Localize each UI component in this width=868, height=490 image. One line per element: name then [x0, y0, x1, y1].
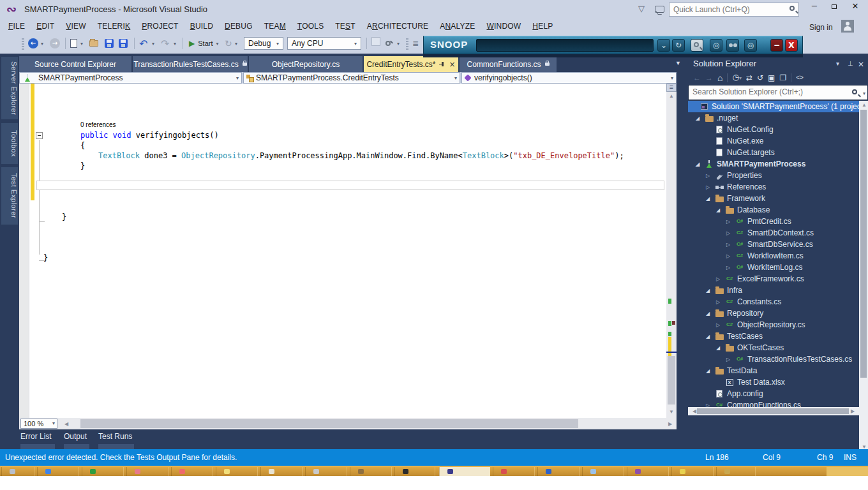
- doc-tab-transactionrulestestcases-cs[interactable]: TransactionRulesTestCases.cs: [133, 56, 248, 72]
- tree-scroll-right[interactable]: ▶: [848, 408, 858, 414]
- vertical-scroll-thumb[interactable]: [668, 356, 675, 405]
- expander-col-icon[interactable]: ▷: [726, 230, 735, 236]
- scroll-down-arrow[interactable]: ▼: [666, 409, 677, 415]
- editor-vertical-scrollbar[interactable]: ☰ ▲ ▼: [666, 84, 677, 418]
- save-all-button[interactable]: [119, 37, 128, 50]
- taskbar-button-5[interactable]: [216, 467, 258, 477]
- tree-item-pmtcredit-cs[interactable]: ▷C#PmtCredit.cs: [688, 216, 859, 227]
- expander-exp-icon[interactable]: ◢: [696, 161, 704, 167]
- taskbar-button-2[interactable]: [82, 467, 124, 477]
- sign-in-link[interactable]: Sign in: [809, 23, 833, 32]
- snoop-minimize-button[interactable]: −: [770, 39, 783, 52]
- taskbar-button-16[interactable]: [716, 467, 756, 477]
- menu-edit[interactable]: EDIT: [31, 22, 60, 31]
- tree-scroll-up[interactable]: ▲: [859, 102, 868, 108]
- tree-item-constants-cs[interactable]: ▷C#Constants.cs: [688, 296, 859, 308]
- undo-dropdown[interactable]: ▾: [152, 37, 154, 50]
- collapse-all-icon[interactable]: ▣: [768, 73, 775, 82]
- scroll-left-arrow[interactable]: ◀: [61, 421, 71, 427]
- menu-build[interactable]: BUILD: [184, 22, 219, 31]
- tree-item-database[interactable]: ◢Database: [688, 204, 859, 216]
- find-button[interactable]: [385, 37, 391, 50]
- menu-window[interactable]: WINDOW: [481, 22, 527, 31]
- expander-exp-icon[interactable]: ◢: [696, 115, 704, 121]
- tree-item-smartdbservice-cs[interactable]: ▷C#SmartDbService.cs: [688, 239, 859, 250]
- solution-explorer-search-box[interactable]: ▾: [688, 85, 868, 100]
- code-line[interactable]: }: [43, 253, 48, 263]
- redo-dropdown[interactable]: ▾: [174, 37, 176, 50]
- tree-item-app-config[interactable]: App.config: [688, 388, 859, 399]
- snoop-dropdown-button[interactable]: ⌄: [657, 39, 670, 52]
- tree-item-smartpaymentprocess[interactable]: ◢SMARTPaymentProcess: [688, 158, 859, 170]
- taskbar-button-3[interactable]: [126, 467, 168, 477]
- tree-item-testcases[interactable]: ◢TestCases: [688, 330, 859, 342]
- panel-close-icon[interactable]: ✕: [858, 60, 864, 69]
- sidebar-tab-test-explorer[interactable]: Test Explorer: [1, 167, 18, 225]
- taskbar-button-1[interactable]: [37, 467, 79, 477]
- tree-item-nuget-exe[interactable]: NuGet.exe: [688, 135, 859, 147]
- hot-reload-button[interactable]: ↻: [225, 37, 232, 50]
- expander-exp-icon[interactable]: ◢: [716, 345, 724, 351]
- outline-collapse-button[interactable]: [36, 132, 43, 139]
- tree-item-nuget-config[interactable]: NuGet.Config: [688, 124, 859, 135]
- code-line[interactable]: }: [80, 161, 85, 171]
- expander-exp-icon[interactable]: ◢: [706, 288, 714, 293]
- add-item-button[interactable]: [89, 37, 98, 50]
- snoop-magnifier-button[interactable]: [691, 39, 703, 52]
- tree-item-workitemlog-cs[interactable]: ▷C#WorkItemLog.cs: [688, 262, 859, 273]
- codelens-references[interactable]: 0 references: [80, 121, 116, 129]
- minimize-button[interactable]: ─: [805, 0, 823, 14]
- sidebar-tab-server-explorer[interactable]: Server Explorer: [1, 57, 18, 119]
- search-dropdown-icon[interactable]: ▾: [863, 91, 865, 96]
- taskbar-button-13[interactable]: [582, 467, 624, 477]
- toolbar-grip[interactable]: [22, 38, 24, 50]
- menu-telerik[interactable]: TELERIK: [92, 22, 136, 31]
- taskbar-button-11[interactable]: [493, 467, 535, 477]
- expander-col-icon[interactable]: ▷: [726, 242, 735, 248]
- navigate-forward-button[interactable]: →: [50, 37, 60, 50]
- expander-col-icon[interactable]: ▷: [726, 357, 735, 362]
- refresh-icon[interactable]: ↺: [757, 73, 763, 82]
- toolbar-grip-2[interactable]: [406, 38, 408, 50]
- taskbar-button-14[interactable]: [627, 467, 669, 477]
- pending-changes-filter-icon[interactable]: ◷▾: [732, 73, 742, 83]
- menu-team[interactable]: TEAM: [258, 22, 292, 31]
- menu-project[interactable]: PROJECT: [136, 22, 184, 31]
- taskbar-button-12[interactable]: [537, 467, 580, 477]
- se-forward-icon[interactable]: →: [705, 73, 713, 82]
- start-debug-button[interactable]: ▶ Start ▾: [189, 37, 218, 50]
- tree-item-oktestcases[interactable]: ◢OKTestCases: [688, 342, 859, 353]
- feedback-bubble-icon[interactable]: [655, 6, 664, 13]
- snoop-refresh-button[interactable]: ↻: [672, 39, 685, 52]
- tree-item-smartdbcontext-cs[interactable]: ▷C#SmartDbContext.cs: [688, 227, 859, 239]
- solution-platform-combo[interactable]: Any CPU▾: [287, 37, 361, 50]
- scroll-right-arrow[interactable]: ▶: [665, 421, 675, 427]
- tab-overflow-dropdown[interactable]: ▼: [675, 60, 681, 66]
- tree-item-nuget[interactable]: ◢.nuget: [688, 112, 859, 124]
- code-editor[interactable]: 0 referencespublic void verifyingobjects…: [19, 84, 666, 418]
- tree-item-framework[interactable]: ◢Framework: [688, 193, 859, 204]
- sidebar-tab-toolbox[interactable]: Toolbox: [1, 123, 18, 164]
- expander-exp-icon[interactable]: ◢: [706, 334, 714, 339]
- expander-col-icon[interactable]: ▷: [706, 173, 714, 179]
- doc-tab-commonfunctions-cs[interactable]: CommonFunctions.cs: [460, 56, 557, 72]
- window-position-dropdown-icon[interactable]: ▾: [836, 60, 839, 67]
- editor-splitter-handle[interactable]: ☰: [666, 84, 677, 92]
- tool-tab-error-list[interactable]: Error List: [20, 432, 52, 441]
- expander-col-icon[interactable]: ▷: [716, 299, 724, 305]
- tool-tab-test-runs[interactable]: Test Runs: [98, 432, 132, 441]
- tree-item-properties[interactable]: ▷Properties: [688, 170, 859, 181]
- find-dropdown[interactable]: ▾: [397, 37, 400, 50]
- member-dropdown[interactable]: verifyingobjects() ▾: [461, 72, 677, 84]
- attach-button[interactable]: [371, 37, 380, 46]
- tree-item-excelframework-cs[interactable]: ▷C#ExcelFramework.cs: [688, 273, 859, 285]
- restore-button[interactable]: [826, 0, 844, 14]
- close-button[interactable]: ✕: [846, 0, 864, 14]
- snoop-target-combo[interactable]: [476, 39, 654, 52]
- editor-zoom-combo[interactable]: 100 %▾: [20, 419, 57, 429]
- expander-exp-icon[interactable]: ◢: [706, 311, 714, 316]
- code-line[interactable]: TextBlock done3 = ObjectRepository.Payme…: [98, 151, 624, 161]
- doc-tab-source-control-explorer[interactable]: Source Control Explorer: [19, 56, 131, 72]
- back-dropdown[interactable]: ▾: [41, 37, 43, 50]
- expander-col-icon[interactable]: ▷: [716, 322, 724, 328]
